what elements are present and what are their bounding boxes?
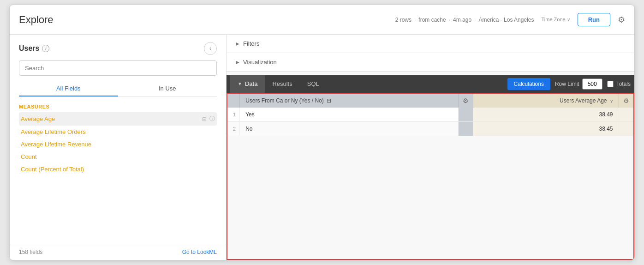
field-label-average-age: Average Age bbox=[21, 115, 202, 122]
totals-checkbox[interactable] bbox=[607, 81, 614, 87]
right-panel: ▶ Filters ▶ Visualization ▼ Data bbox=[227, 35, 634, 260]
row-num-1: 1 bbox=[227, 108, 240, 122]
sort-desc-icon[interactable]: ∨ bbox=[610, 98, 613, 103]
field-average-age[interactable]: Average Age ⊟ ⓘ bbox=[19, 112, 217, 126]
row-limit-input[interactable] bbox=[582, 78, 602, 90]
col-header-users-avg-age: Users Average Age ∨ bbox=[473, 94, 619, 108]
cell-avg-age-1: 38.49 bbox=[473, 108, 619, 122]
timezone-label: Time Zone ∨ bbox=[541, 16, 570, 23]
field-average-lifetime-orders[interactable]: Average Lifetime Orders bbox=[19, 126, 217, 138]
row-num-2: 2 bbox=[227, 122, 240, 136]
sidebar-tabs: All Fields In Use bbox=[19, 81, 217, 96]
status-info: 2 rows · from cache · 4m ago · America -… bbox=[395, 17, 534, 23]
fields-count: 158 fields bbox=[19, 249, 42, 255]
separator2: · bbox=[449, 17, 450, 23]
data-tab-arrow-icon: ▼ bbox=[238, 81, 242, 86]
measures-section-label: MEASURES bbox=[19, 104, 217, 109]
timezone-region: America - Los Angeles bbox=[478, 17, 534, 23]
totals-label: Totals bbox=[616, 81, 631, 87]
column-filter-icon[interactable]: ⊟ bbox=[327, 97, 331, 104]
cell-gear-1 bbox=[458, 108, 473, 122]
table-row: 2 No 38.45 bbox=[227, 122, 633, 136]
filters-label: Filters bbox=[243, 40, 259, 47]
calculations-button[interactable]: Calculations bbox=[507, 78, 550, 90]
top-bar: Explore 2 rows · from cache · 4m ago · A… bbox=[10, 5, 634, 35]
main-content: Users i ‹ All Fields In Use MEASURES Ave… bbox=[10, 35, 634, 260]
collapse-button[interactable]: ‹ bbox=[204, 42, 217, 55]
table-row: 1 Yes 38.49 bbox=[227, 108, 633, 122]
filters-header[interactable]: ▶ Filters bbox=[227, 35, 634, 53]
from-cache: from cache bbox=[418, 17, 446, 23]
visualization-header[interactable]: ▶ Visualization bbox=[227, 53, 634, 71]
field-label-average-lifetime-orders: Average Lifetime Orders bbox=[21, 128, 215, 135]
col-header-users-from-ca-ny: Users From Ca or Ny (Yes / No) ⊟ bbox=[240, 94, 458, 108]
results-table: Users From Ca or Ny (Yes / No) ⊟ ⚙ U bbox=[227, 94, 633, 136]
totals-group: Totals bbox=[607, 81, 631, 87]
rows-count: 2 rows bbox=[395, 17, 411, 23]
tab-in-use[interactable]: In Use bbox=[118, 81, 217, 96]
sidebar-content: MEASURES Average Age ⊟ ⓘ Average Lifetim… bbox=[10, 96, 226, 244]
cell-avg-age-2: 38.45 bbox=[473, 122, 619, 136]
field-label-count: Count bbox=[21, 153, 215, 160]
search-input[interactable] bbox=[19, 60, 217, 76]
settings-gear-icon[interactable]: ⚙ bbox=[618, 15, 625, 25]
field-average-lifetime-revenue[interactable]: Average Lifetime Revenue bbox=[19, 138, 217, 151]
filters-section: ▶ Filters bbox=[227, 35, 634, 53]
col-header-rownum bbox=[227, 94, 240, 108]
row-limit-label: Row Limit bbox=[555, 81, 579, 87]
tab-results[interactable]: Results bbox=[265, 75, 299, 93]
users-title-text: Users bbox=[19, 44, 39, 53]
field-count[interactable]: Count bbox=[19, 151, 217, 163]
data-toolbar: ▼ Data Results SQL Calculations Row Limi… bbox=[227, 75, 634, 93]
field-info-icon[interactable]: ⓘ bbox=[209, 115, 215, 123]
tab-sql[interactable]: SQL bbox=[300, 75, 327, 93]
col-gear-measure: ⚙ bbox=[619, 94, 633, 108]
separator3: · bbox=[474, 17, 476, 23]
visualization-section: ▶ Visualization bbox=[227, 53, 634, 72]
timezone-chevron-icon[interactable]: ∨ bbox=[567, 17, 570, 22]
users-info-icon[interactable]: i bbox=[42, 45, 49, 52]
cell-gear-measure-2 bbox=[619, 122, 633, 136]
separator1: · bbox=[414, 17, 416, 23]
row-limit-group: Row Limit bbox=[555, 78, 602, 90]
tab-all-fields[interactable]: All Fields bbox=[19, 81, 118, 96]
users-title-row: Users i ‹ bbox=[19, 42, 217, 55]
col-gear-measure-icon[interactable]: ⚙ bbox=[623, 97, 629, 104]
filters-arrow-icon: ▶ bbox=[236, 41, 239, 46]
data-panel: ▼ Data Results SQL Calculations Row Limi… bbox=[227, 72, 634, 260]
col-gear-dim: ⚙ bbox=[458, 94, 473, 108]
field-count-percent[interactable]: Count (Percent of Total) bbox=[19, 163, 217, 175]
sidebar-header: Users i ‹ bbox=[10, 35, 226, 60]
cell-yes: Yes bbox=[240, 108, 458, 122]
top-bar-right: 2 rows · from cache · 4m ago · America -… bbox=[395, 13, 625, 26]
go-to-lookml-link[interactable]: Go to LookML bbox=[182, 249, 217, 255]
field-label-average-lifetime-revenue: Average Lifetime Revenue bbox=[21, 141, 215, 148]
app-title: Explore bbox=[19, 14, 54, 26]
visualization-arrow-icon: ▶ bbox=[236, 60, 239, 65]
sidebar-footer: 158 fields Go to LookML bbox=[10, 244, 226, 260]
time-ago: 4m ago bbox=[453, 17, 471, 23]
cell-no: No bbox=[240, 122, 458, 136]
field-icons-average-age: ⊟ ⓘ bbox=[202, 115, 215, 123]
tab-data[interactable]: ▼ Data bbox=[230, 75, 265, 93]
col-gear-dim-icon[interactable]: ⚙ bbox=[463, 97, 469, 104]
results-table-wrapper: Users From Ca or Ny (Yes / No) ⊟ ⚙ U bbox=[227, 93, 634, 260]
run-button[interactable]: Run bbox=[578, 13, 610, 26]
sidebar: Users i ‹ All Fields In Use MEASURES Ave… bbox=[10, 35, 227, 260]
filter-icon[interactable]: ⊟ bbox=[202, 116, 207, 122]
visualization-label: Visualization bbox=[243, 59, 277, 66]
cell-gear-measure-1 bbox=[619, 108, 633, 122]
cell-gear-2 bbox=[458, 122, 473, 136]
app-window: Explore 2 rows · from cache · 4m ago · A… bbox=[9, 5, 635, 260]
field-label-count-percent: Count (Percent of Total) bbox=[21, 166, 215, 173]
